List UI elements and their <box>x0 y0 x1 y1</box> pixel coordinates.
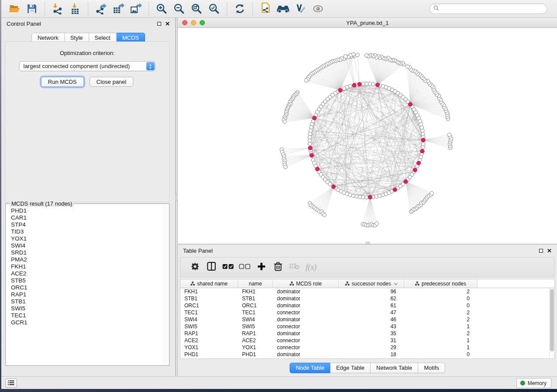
vizmapper-button[interactable] <box>292 1 309 16</box>
deselect-all-button[interactable] <box>236 259 253 275</box>
scrollbar-thumb[interactable] <box>550 289 554 351</box>
save-session-button[interactable] <box>23 1 41 16</box>
column-header-successor-nodes[interactable]: successor nodes <box>339 279 404 288</box>
export-image-icon <box>130 3 142 14</box>
result-node[interactable]: PHD1 <box>11 207 163 214</box>
result-node[interactable]: TID3 <box>11 228 163 235</box>
share-document-icon <box>260 3 271 15</box>
cell-name: PHD1 <box>238 351 273 358</box>
table-scrollbar[interactable] <box>549 288 554 358</box>
cell-MCDS-role: dominator <box>273 303 339 309</box>
result-node[interactable]: ACE2 <box>11 270 163 277</box>
export-network-button[interactable] <box>92 1 110 16</box>
cell-predecessor-nodes: 0 <box>404 296 477 302</box>
result-node[interactable]: TEC1 <box>11 312 163 319</box>
network-graph[interactable] <box>178 28 557 243</box>
cell-shared-name: RAP1 <box>180 330 238 337</box>
share-document-button[interactable] <box>257 1 274 16</box>
table-settings-button[interactable] <box>187 259 203 275</box>
column-header-MCDS-role[interactable]: MCDS role <box>273 279 339 288</box>
close-panel-icon[interactable]: ✕ <box>165 21 170 27</box>
table-row[interactable]: FKH1FKH1dominator962 <box>180 288 549 295</box>
close-panel-button[interactable]: Close panel <box>90 77 134 87</box>
table-tab-network-table[interactable]: Network Table <box>370 363 418 373</box>
function-builder-button: f(x) <box>303 259 319 275</box>
import-table-button[interactable] <box>66 1 84 16</box>
cell-shared-name: SWI5 <box>180 323 238 330</box>
table-row[interactable]: ACE2ACE2connector311 <box>180 337 549 344</box>
open-file-button[interactable] <box>6 1 23 16</box>
cell-successor-nodes: 43 <box>339 323 404 330</box>
column-header-name[interactable]: name <box>238 279 273 288</box>
import-network-button[interactable] <box>49 1 66 16</box>
table-tab-edge-table[interactable]: Edge Table <box>330 363 370 373</box>
zoom-selected-button[interactable] <box>205 1 223 16</box>
network-titlebar[interactable]: YPA_prune.txt_1 <box>178 18 557 28</box>
refresh-button[interactable] <box>231 1 249 16</box>
visibility-button[interactable] <box>309 1 327 16</box>
search-input[interactable] <box>441 6 543 12</box>
run-mcds-button[interactable]: Run MCDS <box>41 77 84 87</box>
table-row[interactable]: SWI5SWI5connector431 <box>180 323 549 330</box>
add-column-button[interactable] <box>253 259 270 275</box>
memory-label: Memory <box>528 380 547 386</box>
table-row[interactable]: TEC1TEC1connector472 <box>180 309 549 316</box>
column-header-predecessor-nodes[interactable]: predecessor nodes <box>404 279 477 288</box>
node-table: shared namenameMCDS rolesuccessor nodesp… <box>180 279 555 359</box>
result-node[interactable]: SWI5 <box>11 305 163 312</box>
result-scrollbar[interactable] <box>163 204 169 365</box>
cell-MCDS-role: dominator <box>273 316 339 323</box>
export-image-button[interactable] <box>127 1 145 16</box>
result-node[interactable]: STP4 <box>11 221 163 228</box>
result-node[interactable]: ORC1 <box>11 284 163 291</box>
table-row[interactable]: YOX1YOX1connector291 <box>180 344 549 351</box>
import-network-icon <box>52 3 63 14</box>
cell-MCDS-role: dominator <box>273 296 339 302</box>
node-table-body[interactable]: FKH1FKH1dominator962STB1STB1dominator620… <box>180 288 549 358</box>
result-node[interactable]: SRD1 <box>11 249 163 256</box>
table-tab-node-table[interactable]: Node Table <box>290 363 331 373</box>
export-table-button[interactable] <box>110 1 127 16</box>
cell-shared-name: PHD1 <box>180 351 238 358</box>
float-panel-icon[interactable] <box>539 249 543 253</box>
table-tabs: Node TableEdge TableNetwork TableMotifs <box>178 363 557 373</box>
mcds-result-list[interactable]: PHD1CAR1STP4TID3YOX1SWI4SRD1PMA2FKH1ACE2… <box>11 207 163 364</box>
result-node[interactable]: STB1 <box>11 298 163 305</box>
table-row[interactable]: PHD1PHD1dominator180 <box>180 351 549 358</box>
result-node[interactable]: PMA2 <box>11 256 163 263</box>
cell-successor-nodes: 61 <box>339 303 404 309</box>
zoom-in-button[interactable] <box>153 1 170 16</box>
zoom-out-button[interactable] <box>170 1 188 16</box>
task-history-button[interactable] <box>5 378 17 388</box>
zoom-fit-button[interactable] <box>188 1 205 16</box>
criterion-dropdown[interactable]: largest connected component (undirected)… <box>19 61 156 71</box>
table-tab-motifs[interactable]: Motifs <box>418 363 445 373</box>
column-header-shared-name[interactable]: shared name <box>180 279 238 288</box>
delete-column-button[interactable] <box>270 259 286 275</box>
table-row[interactable]: ORC1ORC1dominator610 <box>180 302 549 309</box>
node-table-header: shared namenameMCDS rolesuccessor nodesp… <box>180 279 554 288</box>
result-node[interactable]: RAP1 <box>11 291 163 298</box>
table-row[interactable]: RAP1RAP1dominator352 <box>180 330 549 337</box>
toolbar-separator <box>88 2 88 15</box>
eye-icon <box>312 3 324 14</box>
result-node[interactable]: CAR1 <box>11 214 163 221</box>
table-row[interactable]: SWI4SWI4dominator462 <box>180 316 549 323</box>
result-node[interactable]: SWI4 <box>11 242 163 249</box>
result-node[interactable]: FKH1 <box>11 263 163 270</box>
search-box[interactable] <box>429 3 547 14</box>
result-node[interactable]: STB5 <box>11 277 163 284</box>
float-panel-icon[interactable] <box>157 22 161 26</box>
select-all-button[interactable] <box>220 259 236 275</box>
memory-button[interactable]: Memory <box>516 378 551 388</box>
network-canvas[interactable] <box>178 28 557 243</box>
list-icon <box>8 379 14 387</box>
result-node[interactable]: YOX1 <box>11 235 163 242</box>
find-button[interactable] <box>274 1 292 16</box>
result-node[interactable]: GCR1 <box>11 319 163 326</box>
column-label: predecessor nodes <box>422 281 466 287</box>
memory-status-icon <box>520 381 525 385</box>
column-visibility-button[interactable] <box>203 259 220 275</box>
table-row[interactable]: STB1STB1dominator620 <box>180 295 549 302</box>
close-panel-icon[interactable]: ✕ <box>547 248 552 254</box>
